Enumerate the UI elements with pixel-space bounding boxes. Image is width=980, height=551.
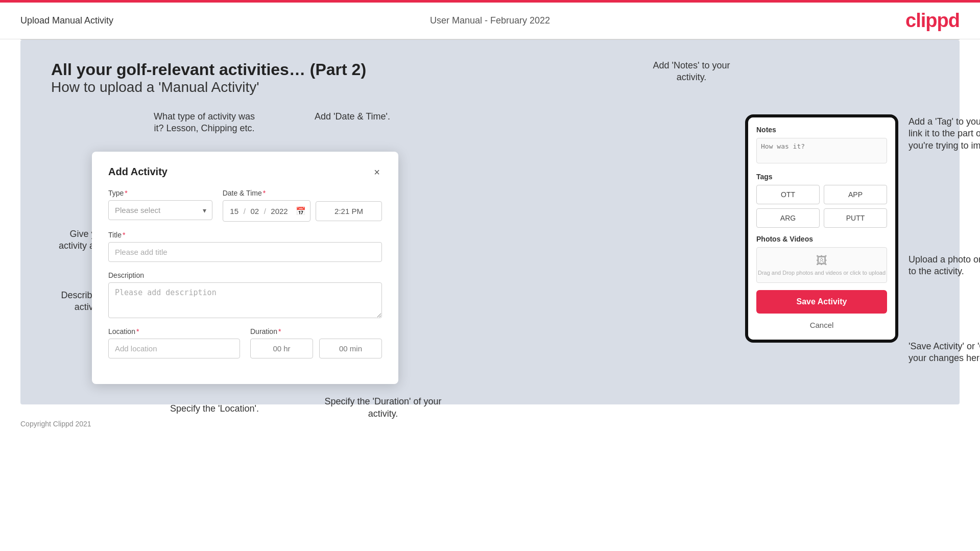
location-label: Location*	[108, 327, 240, 336]
clippd-logo: clippd	[905, 10, 960, 32]
date-day-input[interactable]	[227, 207, 242, 215]
tags-grid: OTT APP ARG PUTT	[756, 185, 887, 228]
phone-notes-input[interactable]	[756, 138, 887, 163]
copyright: Copyright Clippd 2021	[20, 420, 91, 428]
annotation-location: Specify the 'Location'.	[163, 403, 266, 415]
phone-photos-label: Photos & Videos	[756, 235, 887, 243]
main-content: All your golf-relevant activities… (Part…	[20, 40, 960, 404]
date-input-group[interactable]: / / 📅	[223, 200, 310, 222]
upload-text: Drag and Drop photos and videos or click…	[758, 270, 886, 276]
duration-group	[250, 339, 382, 358]
duration-label: Duration*	[250, 327, 382, 336]
annotation-tag: Add a 'Tag' to your activity to link it …	[909, 116, 980, 152]
tag-app[interactable]: APP	[824, 185, 887, 204]
phone-mockup-area: Add 'Notes' to your activity. Notes Tags…	[745, 90, 898, 343]
phone-notes-label: Notes	[756, 126, 887, 134]
upload-area[interactable]: 🖼 Drag and Drop photos and videos or cli…	[756, 247, 887, 283]
location-input[interactable]	[108, 339, 240, 358]
duration-hr-input[interactable]	[250, 339, 313, 358]
top-bar: Upload Manual Activity User Manual - Feb…	[0, 3, 980, 39]
cancel-link[interactable]: Cancel	[756, 319, 887, 331]
add-activity-dialog: Add Activity × Type* Please select ▾	[92, 152, 398, 384]
title-input[interactable]	[108, 242, 382, 262]
time-input[interactable]	[316, 201, 382, 221]
annotation-upload: Upload a photo or video to the activity.	[909, 254, 980, 278]
annotation-save: 'Save Activity' or 'Cancel' your changes…	[909, 341, 980, 365]
datetime-label: Date & Time*	[223, 189, 382, 197]
manual-title: User Manual - February 2022	[430, 15, 550, 26]
type-label: Type*	[108, 189, 212, 197]
save-activity-button[interactable]: Save Activity	[756, 290, 887, 314]
close-button[interactable]: ×	[372, 167, 382, 177]
dialog-title: Add Activity	[108, 166, 168, 178]
annotation-notes: Add 'Notes' to your activity.	[643, 60, 740, 84]
footer: Copyright Clippd 2021	[0, 415, 980, 433]
annotation-type: What type of activity was it? Lesson, Ch…	[148, 111, 260, 135]
tag-arg[interactable]: ARG	[756, 208, 820, 228]
type-select[interactable]: Please select	[108, 200, 212, 220]
page-title-header: Upload Manual Activity	[20, 15, 113, 26]
date-month-input[interactable]	[248, 207, 262, 215]
duration-min-input[interactable]	[319, 339, 382, 358]
date-year-input[interactable]	[268, 207, 291, 215]
title-label: Title*	[108, 231, 382, 239]
heading-main: All your golf-relevant activities… (Part…	[51, 60, 929, 79]
description-label: Description	[108, 271, 382, 279]
annotation-date: Add 'Date & Time'.	[301, 111, 403, 123]
upload-icon: 🖼	[816, 254, 827, 268]
phone-mockup: Notes Tags OTT APP ARG PUTT Photos & Vid…	[745, 114, 898, 343]
annotation-duration: Specify the 'Duration' of your activity.	[317, 396, 449, 420]
type-select-wrapper[interactable]: Please select ▾	[108, 200, 212, 220]
tag-ott[interactable]: OTT	[756, 185, 820, 204]
calendar-icon: 📅	[296, 206, 306, 216]
description-input[interactable]	[108, 282, 382, 318]
tag-putt[interactable]: PUTT	[824, 208, 887, 228]
phone-tags-label: Tags	[756, 173, 887, 181]
